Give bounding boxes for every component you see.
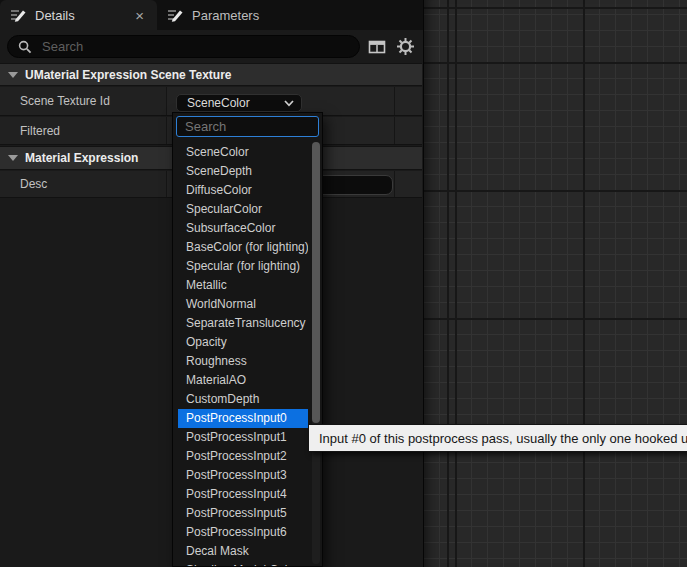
search-bar xyxy=(7,35,360,58)
dropdown-item[interactable]: Shading Model Color xyxy=(178,561,308,566)
material-graph-canvas[interactable] xyxy=(423,0,687,567)
dropdown-item[interactable]: Specular (for lighting) xyxy=(178,257,308,276)
table-view-icon xyxy=(368,39,386,55)
tooltip-text: Input #0 of this postprocess pass, usual… xyxy=(319,431,687,446)
settings-button[interactable] xyxy=(394,36,416,58)
dropdown-item[interactable]: PostProcessInput3 xyxy=(178,466,308,485)
property-label: Desc xyxy=(0,171,166,197)
search-icon xyxy=(18,40,32,54)
dropdown-item[interactable]: PostProcessInput0 xyxy=(178,409,308,428)
dropdown-item[interactable]: Opacity xyxy=(178,333,308,352)
dropdown-item[interactable]: WorldNormal xyxy=(178,295,308,314)
dropdown-item[interactable]: PostProcessInput2 xyxy=(178,447,308,466)
dropdown-item[interactable]: Metallic xyxy=(178,276,308,295)
search-input[interactable] xyxy=(40,38,349,55)
dropdown-item[interactable]: SubsurfaceColor xyxy=(178,219,308,238)
dropdown-item[interactable]: DiffuseColor xyxy=(178,181,308,200)
display-filter-button[interactable] xyxy=(366,36,388,58)
dropdown-item[interactable]: Decal Mask xyxy=(178,542,308,561)
dropdown-item[interactable]: MaterialAO xyxy=(178,371,308,390)
collapse-arrow-icon xyxy=(8,72,18,78)
dropdown-item[interactable]: PostProcessInput1 xyxy=(178,428,308,447)
dropdown-item[interactable]: SeparateTranslucency xyxy=(178,314,308,333)
close-icon[interactable]: × xyxy=(132,8,147,23)
collapse-arrow-icon xyxy=(8,155,18,161)
dropdown-current-value: SceneColor xyxy=(187,96,284,110)
tab-details-label: Details xyxy=(35,8,75,23)
dropdown-item[interactable]: SceneDepth xyxy=(178,162,308,181)
dropdown-search-input[interactable] xyxy=(176,116,319,137)
dropdown-item[interactable]: SceneColor xyxy=(178,143,308,162)
category-header-umaterial-expression-scene-texture[interactable]: UMaterial Expression Scene Texture xyxy=(0,63,422,86)
dropdown-list: SceneColorSceneDepthDiffuseColorSpecular… xyxy=(173,141,308,566)
parameters-panel-icon xyxy=(167,7,184,23)
tab-parameters[interactable]: Parameters xyxy=(157,0,269,30)
tooltip: Input #0 of this postprocess pass, usual… xyxy=(308,424,687,452)
property-label: Filtered xyxy=(0,117,166,144)
scene-texture-id-dropdown[interactable]: SceneColor xyxy=(176,94,302,112)
details-panel-icon xyxy=(10,7,27,23)
tab-bar: Details × Parameters xyxy=(0,0,423,30)
property-label: Scene Texture Id xyxy=(0,87,166,115)
dropdown-item[interactable]: SpecularColor xyxy=(178,200,308,219)
category-title: UMaterial Expression Scene Texture xyxy=(25,68,232,82)
tab-parameters-label: Parameters xyxy=(192,8,259,23)
dropdown-scrollbar[interactable] xyxy=(312,142,320,564)
details-toolbar xyxy=(0,30,423,63)
tab-details[interactable]: Details × xyxy=(0,0,157,30)
dropdown-item[interactable]: PostProcessInput6 xyxy=(178,523,308,542)
dropdown-item[interactable]: PostProcessInput5 xyxy=(178,504,308,523)
chevron-down-icon xyxy=(284,100,294,107)
scrollbar-thumb[interactable] xyxy=(312,142,320,423)
scene-texture-dropdown-menu: SceneColorSceneDepthDiffuseColorSpecular… xyxy=(172,112,323,567)
gear-icon xyxy=(396,37,415,56)
category-title: Material Expression xyxy=(25,151,138,165)
dropdown-item[interactable]: BaseColor (for lighting) xyxy=(178,238,308,257)
dropdown-item[interactable]: Roughness xyxy=(178,352,308,371)
dropdown-item[interactable]: PostProcessInput4 xyxy=(178,485,308,504)
dropdown-item[interactable]: CustomDepth xyxy=(178,390,308,409)
